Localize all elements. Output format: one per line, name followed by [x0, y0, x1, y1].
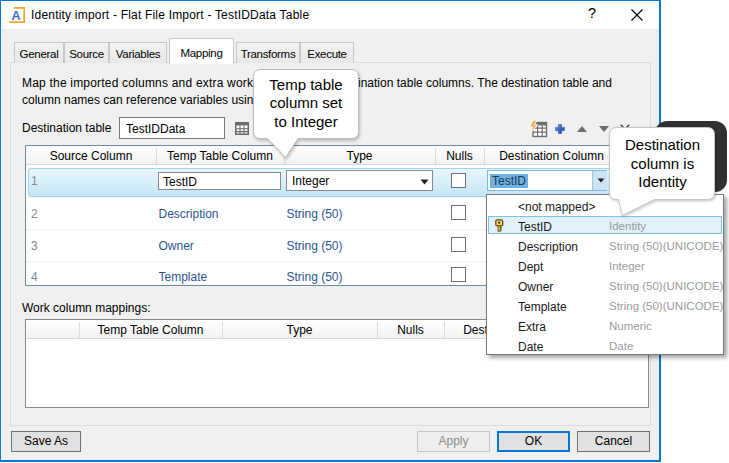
svg-text:A: A	[11, 9, 20, 23]
